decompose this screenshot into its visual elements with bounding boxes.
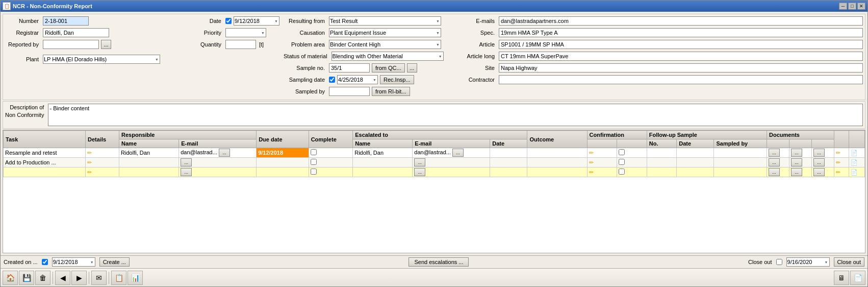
row-doc3[interactable]: ... xyxy=(811,148,834,158)
doc2-btn[interactable]: ... xyxy=(791,168,802,176)
date-select[interactable]: 9/12/2018 xyxy=(234,16,279,26)
causation-select[interactable]: Plant Equipment Issue xyxy=(329,28,441,37)
back-toolbar-btn[interactable]: ◀ xyxy=(55,271,70,285)
created-date-checkbox[interactable] xyxy=(42,259,48,265)
list-toolbar-btn[interactable]: 📋 xyxy=(111,271,126,285)
doc1-btn[interactable]: ... xyxy=(769,168,780,176)
row-conf-edit[interactable]: ✏ xyxy=(587,158,617,168)
monitor-toolbar-btn[interactable]: 🖥 xyxy=(834,271,849,285)
quantity-input[interactable] xyxy=(225,40,256,49)
resulting-from-select[interactable]: Test Result xyxy=(329,16,441,26)
resp-email-btn[interactable]: ... xyxy=(181,158,192,166)
forward-toolbar-btn[interactable]: ▶ xyxy=(71,271,87,285)
close-button[interactable]: ✕ xyxy=(857,3,865,10)
row-edit-action-icon[interactable]: ✏ xyxy=(836,169,840,175)
doc3-btn[interactable]: ... xyxy=(813,149,825,157)
registrar-input[interactable] xyxy=(43,28,109,37)
confirmation-checkbox[interactable] xyxy=(619,149,625,155)
row-edit-icon[interactable]: ✏ xyxy=(86,148,119,158)
confirmation-checkbox[interactable] xyxy=(619,169,625,175)
sampling-date-select[interactable]: 4/25/2018 xyxy=(337,75,378,84)
row-doc-action-icon[interactable]: 📄 xyxy=(851,169,858,175)
row-conf-check[interactable] xyxy=(617,158,647,168)
conf-edit-icon[interactable]: ✏ xyxy=(589,150,594,156)
confirmation-checkbox[interactable] xyxy=(619,159,625,165)
site-input[interactable] xyxy=(499,63,863,73)
plant-select[interactable]: LP HMA (El Dorado Hills) xyxy=(43,55,160,64)
sampling-date-checkbox[interactable] xyxy=(329,77,335,83)
article-input[interactable] xyxy=(499,40,863,49)
complete-checkbox[interactable] xyxy=(311,159,317,165)
home-toolbar-btn[interactable]: 🏠 xyxy=(3,271,18,285)
complete-checkbox[interactable] xyxy=(311,149,317,155)
contractor-input[interactable] xyxy=(499,75,863,84)
created-date-select[interactable]: 9/12/2018 xyxy=(52,257,95,267)
row-doc3[interactable]: ... xyxy=(811,158,834,168)
save-toolbar-btn[interactable]: 💾 xyxy=(19,271,34,285)
delete-toolbar-btn[interactable]: 🗑 xyxy=(35,271,50,285)
esc-email-btn[interactable]: ... xyxy=(414,158,425,166)
row-conf-edit[interactable]: ✏ xyxy=(587,148,617,158)
create-button[interactable]: Create ... xyxy=(99,257,130,267)
close-out-date-select[interactable]: 9/16/2020 xyxy=(786,257,830,267)
row-conf-check[interactable] xyxy=(617,168,647,177)
date-checkbox[interactable] xyxy=(225,18,232,24)
spec-input[interactable] xyxy=(499,28,863,37)
resp-email-btn[interactable]: ... xyxy=(219,149,230,157)
row-action-doc[interactable]: 📄 xyxy=(849,158,865,168)
grid-toolbar-btn[interactable]: 📊 xyxy=(127,271,143,285)
sampled-by-input[interactable] xyxy=(329,87,370,96)
row-action-edit[interactable]: ✏ xyxy=(834,148,849,158)
emails-input[interactable] xyxy=(499,16,863,26)
row-action-edit[interactable]: ✏ xyxy=(834,168,849,177)
priority-select[interactable] xyxy=(225,28,266,37)
maximize-button[interactable]: □ xyxy=(848,3,856,10)
conf-edit-icon[interactable]: ✏ xyxy=(589,169,594,175)
row-action-doc[interactable]: 📄 xyxy=(849,168,865,177)
doc2-btn[interactable]: ... xyxy=(791,158,802,166)
doc3-btn[interactable]: ... xyxy=(813,168,825,176)
edit-pencil-icon[interactable]: ✏ xyxy=(87,169,92,175)
rec-insp-button[interactable]: Rec.Insp... xyxy=(380,75,414,84)
row-doc1[interactable]: ... xyxy=(767,168,789,177)
row-action-doc[interactable]: 📄 xyxy=(849,148,865,158)
doc2-btn[interactable]: ... xyxy=(791,149,802,157)
description-textarea[interactable]: - Binder content xyxy=(48,104,863,126)
number-input[interactable] xyxy=(43,16,89,26)
complete-checkbox[interactable] xyxy=(311,169,317,175)
row-doc2[interactable]: ... xyxy=(789,168,811,177)
from-qc-button[interactable]: from QC... xyxy=(372,63,405,73)
problem-area-select[interactable]: Binder Content High xyxy=(329,40,441,49)
row-conf-check[interactable] xyxy=(617,148,647,158)
row-action-edit[interactable]: ✏ xyxy=(834,158,849,168)
row-edit-action-icon[interactable]: ✏ xyxy=(836,159,840,165)
edit-pencil-icon[interactable]: ✏ xyxy=(87,159,92,165)
row-doc2[interactable]: ... xyxy=(789,148,811,158)
row-conf-edit[interactable]: ✏ xyxy=(587,168,617,177)
report-toolbar-btn[interactable]: 📄 xyxy=(850,271,865,285)
esc-email-btn[interactable]: ... xyxy=(414,168,425,176)
doc3-btn[interactable]: ... xyxy=(813,158,825,166)
article-long-input[interactable] xyxy=(499,52,863,61)
doc1-btn[interactable]: ... xyxy=(769,158,780,166)
edit-pencil-icon[interactable]: ✏ xyxy=(87,150,92,156)
close-out-button[interactable]: Close out xyxy=(834,257,864,267)
sample-browse-button[interactable]: ... xyxy=(407,63,417,73)
row-complete[interactable] xyxy=(309,168,353,177)
reported-by-input[interactable] xyxy=(43,40,99,49)
minimize-button[interactable]: ─ xyxy=(839,3,847,10)
send-escalations-button[interactable]: Send escalations ... xyxy=(409,257,469,267)
row-edit-icon[interactable]: ✏ xyxy=(86,168,119,177)
row-doc3[interactable]: ... xyxy=(811,168,834,177)
row-doc-action-icon[interactable]: 📄 xyxy=(851,150,858,156)
email-toolbar-btn[interactable]: ✉ xyxy=(91,271,107,285)
row-complete[interactable] xyxy=(309,148,353,158)
row-edit-icon[interactable]: ✏ xyxy=(86,158,119,168)
sample-no-input[interactable] xyxy=(329,63,370,73)
row-doc-action-icon[interactable]: 📄 xyxy=(851,159,858,165)
row-doc1[interactable]: ... xyxy=(767,158,789,168)
from-ri-button[interactable]: from RI-bit... xyxy=(372,87,410,96)
row-doc1[interactable]: ... xyxy=(767,148,789,158)
close-out-checkbox[interactable] xyxy=(776,259,782,265)
conf-edit-icon[interactable]: ✏ xyxy=(589,159,594,165)
